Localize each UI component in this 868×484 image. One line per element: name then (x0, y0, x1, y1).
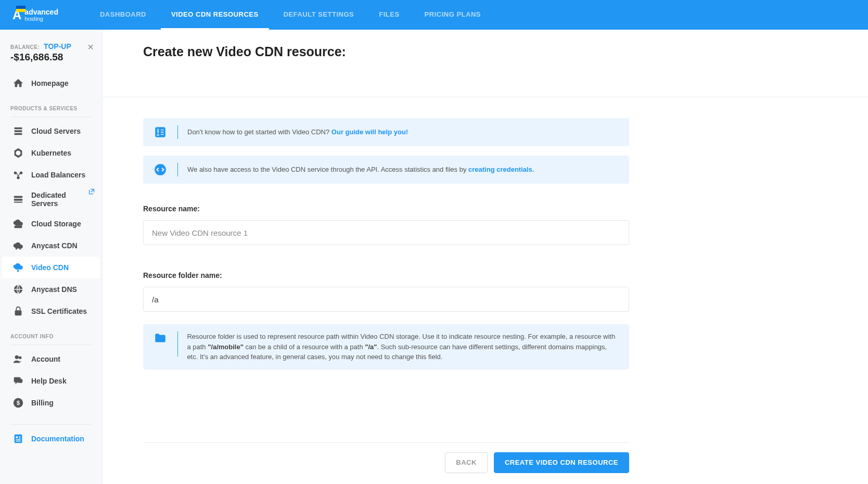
credentials-link[interactable]: creating credentials. (468, 165, 534, 173)
svg-point-7 (16, 248, 17, 250)
svg-rect-10 (15, 310, 22, 315)
svg-text:$: $ (17, 400, 20, 406)
sidebar-item-label: Billing (31, 399, 54, 407)
logo-icon: A (12, 8, 21, 22)
anycast-cdn-icon (12, 240, 24, 251)
home-icon (12, 78, 24, 89)
divider (103, 97, 868, 97)
api-text: We also have access to the Video CDN ser… (187, 164, 534, 175)
close-icon[interactable]: × (87, 41, 94, 53)
sidebar-item-label: Anycast CDN (31, 241, 78, 250)
sidebar-item-cloud-storage[interactable]: Cloud Storage (2, 213, 100, 235)
kubernetes-icon (12, 147, 24, 159)
folder-icon (154, 332, 167, 345)
sidebar-item-kubernetes[interactable]: Kubernetes (2, 142, 100, 164)
api-info-box: We also have access to the Video CDN ser… (143, 156, 629, 184)
sidebar-item-label: Documentation (31, 435, 84, 443)
sidebar-item-video-cdn[interactable]: Video CDN (2, 257, 100, 278)
sidebar: × BALANCE: TOP-UP -$16,686.58 Homepage P… (0, 30, 103, 484)
brand-name: advanced (24, 8, 58, 16)
sidebar-item-label: Cloud Storage (31, 220, 81, 228)
resource-name-input[interactable] (143, 220, 629, 245)
svg-rect-24 (158, 129, 159, 134)
svg-rect-23 (155, 127, 165, 137)
external-link-icon (88, 188, 95, 196)
main-content: Create new Video CDN resource: Don't kno… (103, 30, 868, 484)
guide-link[interactable]: Our guide will help you! (331, 128, 408, 136)
documentation-icon (12, 433, 24, 444)
guide-text: Don't know how to get started with Video… (187, 127, 408, 137)
nav-pricing-plans[interactable]: PRICING PLANS (414, 0, 491, 30)
divider (177, 125, 178, 139)
balance-block: × BALANCE: TOP-UP -$16,686.58 (0, 38, 102, 72)
resource-name-group: Resource name: (143, 205, 629, 245)
balance-amount: -$16,686.58 (10, 52, 92, 63)
sidebar-item-label: Anycast DNS (31, 285, 77, 294)
nav-default-settings[interactable]: DEFAULT SETTINGS (273, 0, 365, 30)
sidebar-item-anycast-cdn[interactable]: Anycast CDN (2, 235, 100, 257)
top-up-link[interactable]: TOP-UP (44, 42, 71, 50)
divider (177, 163, 178, 176)
sidebar-item-anycast-dns[interactable]: Anycast DNS (2, 278, 100, 300)
sidebar-item-label: Homepage (31, 79, 69, 87)
sidebar-heading-account: ACCOUNT INFO (0, 328, 102, 341)
sidebar-item-homepage[interactable]: Homepage (2, 72, 100, 94)
svg-rect-14 (18, 379, 22, 383)
sidebar-item-ssl-certificates[interactable]: SSL Certificates (2, 300, 100, 322)
divider (10, 345, 92, 345)
svg-point-8 (19, 248, 21, 250)
svg-point-11 (15, 355, 19, 359)
svg-rect-3 (14, 196, 23, 198)
top-nav: DASHBOARD VIDEO CDN RESOURCES DEFAULT SE… (90, 0, 491, 30)
sidebar-item-load-balancers[interactable]: Load Balancers (2, 164, 100, 186)
account-icon (12, 353, 24, 365)
servers-icon (12, 125, 24, 137)
resource-name-label: Resource name: (143, 205, 629, 213)
anycast-dns-icon (12, 284, 24, 295)
svg-rect-18 (16, 436, 18, 438)
svg-point-1 (20, 172, 23, 175)
sidebar-item-label: Dedicated Servers (31, 191, 90, 208)
folder-name-group: Resource folder name: (143, 271, 629, 312)
balance-label: BALANCE: (10, 44, 40, 50)
load-balancer-icon (12, 169, 24, 181)
divider (10, 117, 92, 117)
top-bar: A advanced hosting DASHBOARD VIDEO CDN R… (0, 0, 868, 30)
page-title: Create new Video CDN resource: (143, 44, 629, 59)
sidebar-item-label: Load Balancers (31, 171, 85, 179)
folder-name-input[interactable] (143, 287, 629, 312)
sidebar-item-dedicated-servers[interactable]: Dedicated Servers (2, 186, 100, 213)
guide-info-box: Don't know how to get started with Video… (143, 118, 629, 146)
nav-video-cdn-resources[interactable]: VIDEO CDN RESOURCES (161, 0, 269, 30)
svg-rect-4 (14, 199, 23, 201)
sidebar-item-documentation[interactable]: Documentation (2, 428, 100, 450)
svg-rect-25 (157, 134, 159, 135)
help-desk-icon (12, 375, 24, 387)
svg-point-12 (19, 356, 21, 360)
sidebar-item-cloud-servers[interactable]: Cloud Servers (2, 120, 100, 142)
sidebar-item-label: SSL Certificates (31, 307, 87, 315)
sidebar-item-help-desk[interactable]: Help Desk (2, 370, 100, 392)
sidebar-item-account[interactable]: Account (2, 348, 100, 370)
sidebar-item-billing[interactable]: $ Billing (2, 392, 100, 414)
nav-files[interactable]: FILES (368, 0, 410, 30)
back-button[interactable]: BACK (445, 452, 488, 473)
folder-info-text: Resource folder is used to represent res… (187, 332, 619, 362)
brand-logo[interactable]: A advanced hosting (12, 8, 58, 22)
folder-name-label: Resource folder name: (143, 271, 629, 279)
sidebar-item-label: Kubernetes (31, 149, 71, 157)
nav-dashboard[interactable]: DASHBOARD (90, 0, 157, 30)
svg-point-0 (14, 172, 17, 175)
ssl-icon (12, 305, 24, 317)
folder-info-box: Resource folder is used to represent res… (143, 324, 629, 370)
create-resource-button[interactable]: CREATE VIDEO CDN RESOURCE (494, 452, 629, 473)
cloud-storage-icon (12, 218, 24, 230)
sidebar-item-label: Account (31, 355, 60, 363)
dedicated-servers-icon (12, 194, 24, 205)
api-icon (154, 163, 167, 176)
billing-icon: $ (12, 397, 24, 409)
brand-sub: hosting (24, 16, 58, 22)
sidebar-item-label: Cloud Servers (31, 127, 81, 135)
svg-rect-6 (15, 226, 22, 228)
sidebar-item-label: Video CDN (31, 263, 69, 272)
